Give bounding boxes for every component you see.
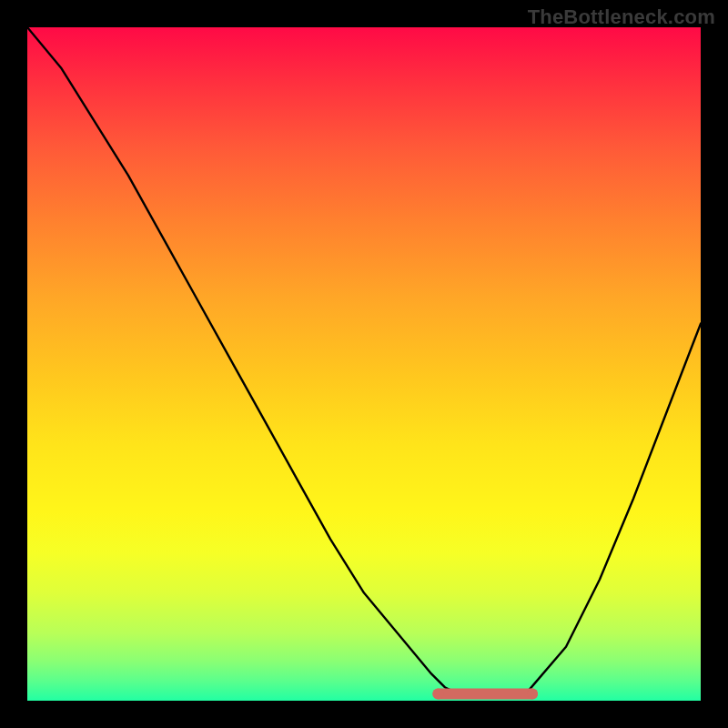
bottleneck-curve xyxy=(27,27,701,694)
plot-area xyxy=(27,27,701,701)
chart-container: TheBottleneck.com xyxy=(0,0,728,728)
optimal-flat-dot-right xyxy=(527,689,538,700)
curve-svg xyxy=(27,27,701,701)
optimal-flat-dot-left xyxy=(432,689,443,700)
watermark-text: TheBottleneck.com xyxy=(528,5,715,29)
